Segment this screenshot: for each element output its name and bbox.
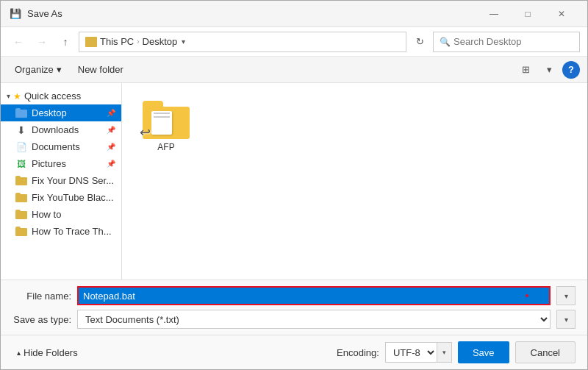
back-icon: ← — [13, 36, 24, 48]
address-bar: ← → ↑ This PC › Desktop ↻ 🔍 — [1, 27, 587, 57]
up-button[interactable]: ↑ — [55, 32, 76, 52]
dialog-title: Save As — [27, 8, 62, 19]
file-name-label: File name: — [12, 291, 71, 302]
afp-label: AFP — [157, 142, 174, 152]
toolbar: Organize New folder ⊞ ? — [1, 57, 587, 83]
afp-folder-icon: ↩ — [143, 101, 190, 139]
hide-folders-label: Hide Folders — [24, 347, 78, 358]
savetype-dropdown-button[interactable] — [556, 310, 576, 329]
view-dropdown-icon — [547, 64, 552, 75]
filename-row: File name: — [12, 286, 576, 305]
pictures-icon: 🖼 — [15, 159, 27, 169]
filename-input[interactable] — [77, 286, 551, 305]
filename-chevron-icon — [564, 292, 568, 300]
sidebar-desktop-label: Desktop — [32, 107, 67, 118]
view-dropdown-button[interactable] — [539, 60, 559, 80]
save-as-type-select[interactable]: Text Documents (*.txt) — [77, 310, 551, 329]
toolbar-right: ⊞ ? — [515, 60, 580, 80]
save-as-dialog: 💾 Save As — □ ✕ ← → ↑ This PC › Desktop — [0, 0, 588, 370]
organize-button[interactable]: Organize — [8, 60, 68, 79]
sidebar-how-to-label: How to — [32, 209, 61, 220]
how-to-trace-folder-icon — [15, 227, 27, 236]
new-folder-button[interactable]: New folder — [71, 60, 130, 79]
documents-pin-icon: 📌 — [107, 143, 115, 151]
quick-access-header[interactable]: ▾ ★ Quick access — [1, 88, 121, 104]
sidebar-how-to-trace-label: How To Trace Th... — [32, 226, 112, 237]
maximize-button[interactable]: □ — [511, 4, 545, 24]
save-as-type-label: Save as type: — [12, 314, 71, 325]
quick-access-label: Quick access — [24, 90, 81, 102]
sidebar-documents-label: Documents — [32, 141, 80, 152]
refresh-icon: ↻ — [416, 36, 424, 47]
savetype-row: Save as type: Text Documents (*.txt) — [12, 310, 576, 329]
cancel-button[interactable]: Cancel — [515, 341, 576, 363]
file-item-afp[interactable]: ↩ AFP — [137, 98, 196, 155]
filename-dropdown-button[interactable] — [556, 286, 576, 305]
back-button[interactable]: ← — [8, 32, 29, 52]
hide-folders-button[interactable]: ▴ Hide Folders — [12, 346, 82, 360]
folder-doc — [151, 111, 172, 135]
path-this-pc: This PC — [100, 36, 134, 47]
organize-dropdown-icon — [57, 64, 62, 75]
sidebar-fix-youtube-label: Fix YouTube Blac... — [32, 192, 114, 203]
address-dropdown-icon[interactable] — [180, 38, 187, 46]
savetype-chevron-icon — [564, 316, 568, 324]
sidebar-item-downloads[interactable]: ⬇ Downloads 📌 — [1, 121, 121, 138]
sidebar-item-fix-youtube[interactable]: Fix YouTube Blac... — [1, 189, 121, 206]
search-box[interactable]: 🔍 — [433, 32, 580, 52]
fix-dns-folder-icon — [15, 176, 27, 185]
encoding-dropdown-button[interactable] — [437, 343, 451, 362]
close-button[interactable]: ✕ — [545, 4, 578, 24]
help-button[interactable]: ? — [562, 61, 580, 79]
sidebar: ▾ ★ Quick access Desktop 📌 ⬇ Downloads 📌 — [1, 83, 122, 280]
encoding-chevron-icon — [442, 349, 446, 356]
pictures-pin-icon: 📌 — [107, 160, 115, 168]
quick-access-section: ▾ ★ Quick access Desktop 📌 ⬇ Downloads 📌 — [1, 88, 121, 240]
sidebar-item-how-to[interactable]: How to — [1, 206, 121, 223]
encoding-label: Encoding: — [337, 347, 379, 358]
sidebar-fix-dns-label: Fix Your DNS Ser... — [32, 175, 114, 186]
hide-folders-chevron-icon: ▴ — [17, 349, 21, 357]
file-grid: ↩ AFP — [129, 90, 580, 163]
return-arrow-icon: ↩ — [140, 124, 151, 140]
sidebar-downloads-label: Downloads — [32, 124, 79, 135]
quick-access-star-icon: ★ — [13, 91, 21, 102]
save-button[interactable]: Save — [458, 341, 509, 363]
window-controls: — □ ✕ — [477, 4, 578, 24]
new-folder-label: New folder — [78, 64, 123, 75]
desktop-folder-icon — [15, 108, 27, 118]
search-icon: 🔍 — [440, 37, 451, 47]
filename-input-wrapper — [77, 286, 551, 305]
quick-access-chevron: ▾ — [7, 92, 10, 100]
documents-icon: 📄 — [15, 142, 27, 152]
filename-dot — [526, 294, 528, 297]
file-area: ↩ AFP — [122, 83, 587, 280]
minimize-button[interactable]: — — [477, 4, 511, 24]
footer: ▴ Hide Folders Encoding: UTF-8 Save Canc… — [1, 335, 587, 369]
sidebar-item-how-to-trace[interactable]: How To Trace Th... — [1, 223, 121, 240]
address-path[interactable]: This PC › Desktop — [79, 32, 406, 52]
refresh-button[interactable]: ↻ — [409, 32, 430, 52]
sidebar-item-pictures[interactable]: 🖼 Pictures 📌 — [1, 155, 121, 172]
title-bar: 💾 Save As — □ ✕ — [1, 1, 587, 27]
view-button[interactable]: ⊞ — [515, 60, 536, 80]
encoding-select[interactable]: UTF-8 — [386, 343, 437, 362]
sidebar-item-fix-dns[interactable]: Fix Your DNS Ser... — [1, 172, 121, 189]
search-input[interactable] — [453, 36, 577, 47]
up-icon: ↑ — [63, 36, 68, 48]
help-icon: ? — [568, 64, 574, 75]
desktop-pin-icon: 📌 — [107, 109, 115, 117]
path-desktop: Desktop — [143, 36, 178, 47]
downloads-pin-icon: 📌 — [107, 126, 115, 134]
sidebar-pictures-label: Pictures — [32, 158, 66, 169]
sidebar-item-documents[interactable]: 📄 Documents 📌 — [1, 138, 121, 155]
sidebar-item-desktop[interactable]: Desktop 📌 — [1, 104, 121, 121]
how-to-folder-icon — [15, 210, 27, 219]
downloads-icon: ⬇ — [15, 125, 27, 135]
bottom-section: File name: Save as type: Text Documents … — [1, 280, 587, 335]
forward-button[interactable]: → — [32, 32, 52, 52]
title-bar-left: 💾 Save As — [10, 8, 62, 20]
main-content: ▾ ★ Quick access Desktop 📌 ⬇ Downloads 📌 — [1, 83, 587, 280]
organize-label: Organize — [15, 64, 54, 75]
fix-youtube-folder-icon — [15, 193, 27, 202]
